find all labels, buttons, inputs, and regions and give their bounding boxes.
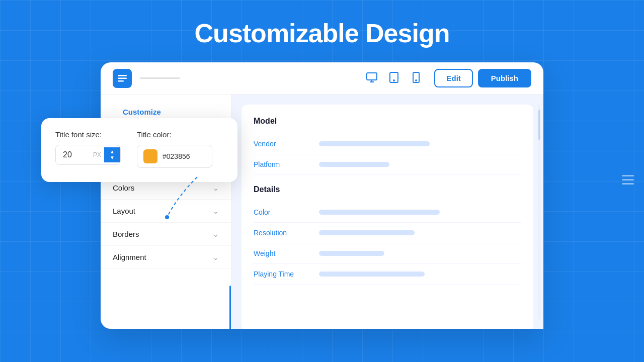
edit-button[interactable]: Edit — [434, 69, 472, 87]
font-size-input[interactable]: 20 PX ▲ ▼ — [55, 145, 121, 165]
publish-button[interactable]: Publish — [478, 69, 531, 87]
resolution-bar — [319, 230, 415, 235]
vendor-bar — [319, 141, 430, 146]
svg-point-7 — [416, 80, 417, 81]
color-label: Title color: — [137, 130, 212, 139]
svg-point-5 — [393, 80, 394, 81]
resolution-label: Resolution — [254, 229, 319, 237]
increment-icon[interactable]: ▲ — [110, 149, 115, 154]
content-inner: Model Vendor Platform Details Color — [242, 105, 533, 329]
font-size-unit: PX — [90, 151, 104, 158]
font-size-value: 20 — [56, 145, 90, 164]
header-line — [140, 77, 180, 79]
color-label: Color — [254, 208, 319, 216]
color-bar — [319, 210, 440, 215]
details-section-title: Details — [254, 185, 521, 194]
weight-row: Weight — [254, 243, 521, 264]
sidebar-scrollbar — [229, 286, 231, 329]
playing-time-bar — [319, 272, 425, 277]
svg-point-8 — [165, 215, 169, 219]
platform-row: Platform — [254, 154, 521, 175]
dashed-connector — [157, 177, 217, 222]
svg-rect-0 — [118, 75, 127, 76]
resolution-row: Resolution — [254, 223, 521, 243]
header-bar: Edit Publish — [101, 62, 543, 95]
page-title: Customizable Design — [0, 0, 644, 62]
font-size-section: Title font size: 20 PX ▲ ▼ — [55, 130, 121, 168]
color-input[interactable]: #023856 — [137, 145, 212, 168]
platform-label: Platform — [254, 160, 319, 168]
logo-icon — [113, 69, 132, 88]
chevron-down-icon: ⌄ — [213, 230, 219, 238]
playing-time-label: Playing Time — [254, 270, 319, 278]
font-size-label: Title font size: — [55, 130, 121, 139]
scrollbar-thumb[interactable] — [538, 110, 540, 140]
chevron-down-icon: ⌄ — [213, 253, 219, 261]
weight-bar — [319, 251, 384, 256]
model-section-title: Model — [254, 117, 521, 126]
vendor-label: Vendor — [254, 140, 319, 148]
weight-label: Weight — [254, 249, 319, 257]
content-area: Model Vendor Platform Details Color — [231, 95, 543, 329]
color-row: Color — [254, 202, 521, 223]
color-section: Title color: #023856 — [137, 130, 212, 168]
mobile-icon[interactable] — [410, 71, 422, 85]
font-size-stepper[interactable]: ▲ ▼ — [104, 147, 120, 162]
decrement-icon[interactable]: ▼ — [110, 155, 115, 160]
device-icons — [366, 71, 422, 85]
font-popup-card: Title font size: 20 PX ▲ ▼ Title color: … — [41, 118, 237, 182]
vendor-row: Vendor — [254, 134, 521, 154]
desktop-icon[interactable] — [366, 71, 378, 85]
scrollbar-track — [538, 105, 540, 319]
sidebar-item-borders[interactable]: Borders ⌄ — [101, 223, 231, 246]
sidebar-item-alignment[interactable]: Alignment ⌄ — [101, 246, 231, 269]
platform-bar — [319, 162, 389, 167]
edge-decoration — [622, 175, 634, 187]
svg-rect-3 — [367, 73, 377, 80]
playing-time-row: Playing Time — [254, 264, 521, 285]
popup-row: Title font size: 20 PX ▲ ▼ Title color: … — [55, 130, 223, 168]
svg-rect-1 — [118, 77, 127, 79]
details-section: Details Color Resolution Weight Pla — [254, 185, 521, 285]
svg-rect-2 — [118, 80, 124, 82]
tablet-icon[interactable] — [388, 71, 400, 85]
color-swatch[interactable] — [143, 149, 157, 163]
color-hex-value: #023856 — [163, 152, 190, 160]
